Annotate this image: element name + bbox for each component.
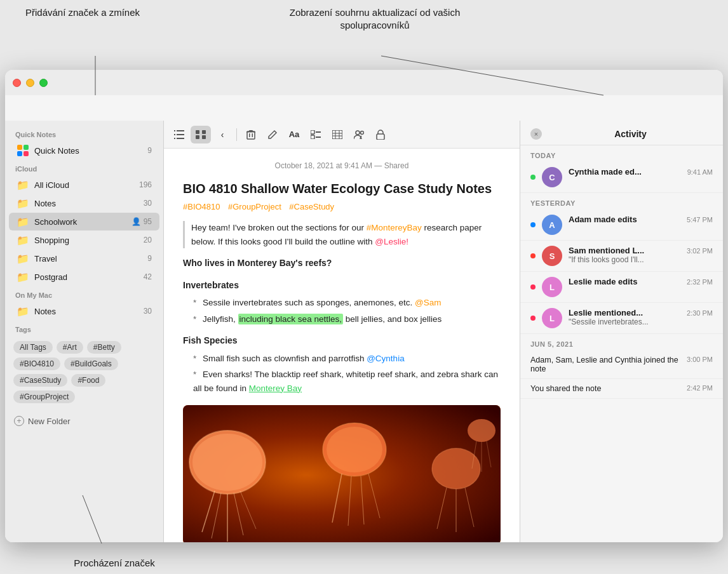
format-button[interactable]: Aa	[284, 126, 304, 144]
fullscreen-button[interactable]	[39, 79, 48, 87]
leslie-mention[interactable]: @Leslie!	[375, 237, 408, 246]
tag-casestudy-link[interactable]: #CaseStudy	[289, 202, 334, 211]
sam-mention[interactable]: @Sam	[415, 298, 441, 307]
tag-buildgoals[interactable]: #BuildGoals	[64, 357, 118, 370]
activity-item-leslie1[interactable]: L Leslie made edits 2:32 PM	[520, 272, 723, 303]
postgrad-label: Postgrad	[34, 272, 144, 282]
sidebar-item-shopping[interactable]: 📁 Shopping 20	[9, 231, 159, 249]
svg-rect-3	[177, 134, 184, 135]
annotation-activity: Zobrazení souhrnu aktualizací od vašich …	[273, 6, 476, 31]
all-icloud-label: All iCloud	[34, 180, 139, 190]
activity-date-today: TODAY	[520, 145, 723, 162]
sidebar-item-all-icloud[interactable]: 📁 All iCloud 196	[9, 176, 159, 194]
tag-food[interactable]: #Food	[71, 374, 105, 387]
close-icon: ×	[534, 130, 538, 138]
checklist-button[interactable]	[306, 126, 326, 144]
postgrad-count: 42	[144, 272, 152, 281]
edit-button[interactable]	[262, 126, 283, 144]
sidebar-item-quick-notes[interactable]: Quick Notes 9	[9, 142, 159, 159]
shared-text: You shared the note	[530, 384, 601, 393]
sidebar-item-schoolwork[interactable]: 📁 Schoolwork 👤 95	[9, 213, 159, 230]
postgrad-icon: 📁	[17, 270, 29, 283]
activity-time-leslie2: 2:30 PM	[687, 309, 713, 317]
back-button[interactable]: ‹	[212, 126, 233, 144]
note-content: October 18, 2021 at 9:41 AM — Shared BIO…	[164, 149, 520, 542]
notes-icloud-count: 30	[144, 199, 152, 208]
avatar-leslie1: L	[542, 277, 562, 297]
delete-button[interactable]	[241, 126, 261, 144]
joined-text: Adam, Sam, Leslie and Cynthia joined the…	[530, 356, 678, 373]
toolbar-divider-1	[236, 128, 237, 141]
svg-point-25	[361, 131, 364, 134]
bullet-1: *	[193, 298, 196, 307]
monterey-tag-mention[interactable]: #MontereyBay	[367, 223, 422, 232]
fish-item2-pre: Even sharks! The blacktip reef shark, wh…	[193, 370, 498, 393]
quick-notes-count: 9	[147, 146, 152, 155]
svg-rect-15	[311, 130, 314, 134]
notes-icloud-label: Notes	[34, 199, 144, 208]
svg-point-35	[192, 434, 262, 491]
svg-rect-14	[252, 133, 253, 137]
svg-rect-8	[196, 135, 199, 139]
annotation-browse-tags: Procházení značek	[51, 557, 178, 570]
invertebrates-item-1: * Sessile invertebrates such as sponges,…	[183, 296, 501, 310]
cynthia-mention[interactable]: @Cynthia	[367, 354, 404, 363]
fish-item-2: * Even sharks! The blacktip reef shark, …	[183, 368, 501, 395]
list-view-button[interactable]	[169, 126, 189, 144]
svg-rect-18	[316, 137, 321, 138]
sidebar-item-notes-icloud[interactable]: 📁 Notes 30	[9, 194, 159, 212]
activity-time-cynthia: 9:41 AM	[687, 168, 713, 176]
toolbar: ‹ Aa	[164, 121, 520, 149]
svg-rect-11	[249, 130, 253, 131]
svg-rect-1	[177, 130, 184, 131]
tag-groupproject-link[interactable]: #GroupProject	[228, 202, 281, 211]
activity-name-sam: Sam mentioned L...	[569, 246, 683, 255]
activity-desc-leslie2: "Sessile invertebrates...	[569, 317, 683, 326]
all-icloud-icon: 📁	[17, 178, 29, 191]
tag-casestudy[interactable]: #CaseStudy	[13, 374, 67, 387]
activity-info-leslie1: Leslie made edits	[569, 277, 683, 286]
notes-mac-label: Notes	[34, 307, 144, 316]
close-button[interactable]	[13, 79, 21, 87]
invertebrates-item-2: * Jellyfish, including black sea nettles…	[183, 312, 501, 326]
window-inner: Quick Notes Quick Notes 9 iCloud 📁	[5, 95, 723, 542]
collaborators-button[interactable]	[349, 126, 369, 144]
tag-betty[interactable]: #Betty	[87, 341, 121, 354]
new-folder-button[interactable]: + New Folder	[5, 412, 163, 430]
tag-all-tags[interactable]: All Tags	[13, 341, 53, 354]
note-body: Hey team! I've broken out the sections f…	[183, 221, 501, 542]
lock-button[interactable]	[370, 126, 391, 144]
sidebar-item-travel[interactable]: 📁 Travel 9	[9, 250, 159, 267]
grid-view-button[interactable]	[191, 126, 211, 144]
sidebar-item-notes-mac[interactable]: 📁 Notes 30	[9, 302, 159, 320]
minimize-button[interactable]	[26, 79, 34, 87]
activity-item-cynthia[interactable]: C Cynthia made ed... 9:41 AM	[520, 162, 723, 193]
activity-name-adam: Adam made edits	[569, 215, 683, 224]
tag-art[interactable]: #Art	[57, 341, 83, 354]
activity-date-yesterday: YESTERDAY	[520, 193, 723, 210]
inv-item2-post: bell jellies, and box jellies	[343, 314, 442, 324]
svg-rect-4	[174, 138, 175, 139]
shared-time: 2:42 PM	[687, 384, 713, 392]
table-button[interactable]	[327, 126, 347, 144]
svg-point-51	[468, 419, 495, 442]
activity-close-button[interactable]: ×	[530, 128, 542, 140]
tag-groupproject[interactable]: #GroupProject	[13, 390, 75, 403]
svg-rect-0	[174, 130, 175, 131]
activity-item-adam[interactable]: A Adam made edits 5:47 PM	[520, 210, 723, 241]
app-window: Quick Notes Quick Notes 9 iCloud 📁	[5, 70, 723, 542]
shopping-count: 20	[144, 236, 152, 244]
activity-item-sam[interactable]: S Sam mentioned L... "If this looks good…	[520, 241, 723, 272]
sidebar-item-postgrad[interactable]: 📁 Postgrad 42	[9, 268, 159, 286]
tag-bio4810[interactable]: #BIO4810	[13, 357, 60, 370]
activity-item-leslie2[interactable]: L Leslie mentioned... "Sessile invertebr…	[520, 303, 723, 334]
section-fish-title: Fish Species	[183, 333, 501, 347]
travel-label: Travel	[34, 254, 147, 264]
tags-container: All Tags #Art #Betty #BIO4810 #BuildGoal…	[5, 336, 163, 410]
activity-dot-leslie2	[530, 316, 536, 321]
activity-item-shared: 2:42 PM You shared the note	[520, 379, 723, 399]
tag-bio4810-link[interactable]: #BIO4810	[183, 202, 220, 211]
new-folder-label: New Folder	[28, 417, 70, 426]
monterey-bay-link[interactable]: Monterey Bay	[249, 384, 302, 393]
notes-mac-count: 30	[144, 307, 152, 316]
